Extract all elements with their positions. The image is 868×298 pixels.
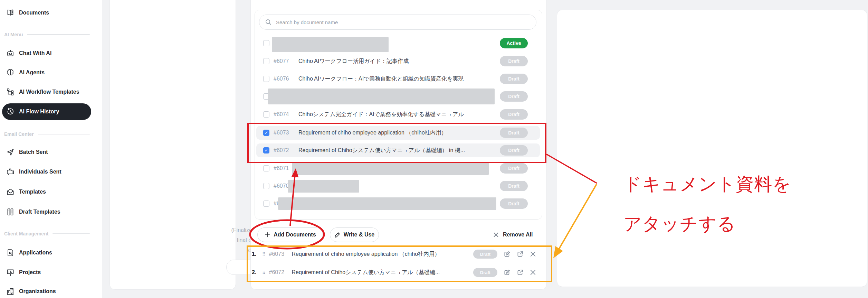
sidebar-item-label: Organizations xyxy=(19,288,56,295)
write-and-use-button[interactable]: Write & Use xyxy=(330,227,379,242)
remove-all-button[interactable]: Remove All xyxy=(493,227,533,242)
book-icon xyxy=(6,9,15,17)
sidebar-item-label: AI Flow History xyxy=(19,109,59,115)
status-badge: Draft xyxy=(500,145,528,156)
status-badge: Draft xyxy=(500,198,528,209)
building-icon xyxy=(6,287,15,296)
document-row[interactable]: #6076 Chiho AIワークフロー：AIで業務自動化と組織の知識資産化を実… xyxy=(256,72,540,86)
row-checkbox[interactable] xyxy=(263,58,269,64)
close-icon xyxy=(493,232,499,238)
status-badge: Draft xyxy=(500,128,528,138)
row-checkbox-checked[interactable]: ✓ xyxy=(263,147,269,153)
attachment-index: 2. xyxy=(252,269,260,276)
drag-handle-icon[interactable]: ⠿ xyxy=(262,270,265,275)
annotation-text-line1: ドキュメント資料を xyxy=(623,172,791,196)
robot-icon xyxy=(6,49,15,57)
file-search-icon xyxy=(6,249,15,257)
paper-plane-icon xyxy=(6,148,15,156)
row-checkbox[interactable] xyxy=(263,165,269,171)
sidebar-item-applications[interactable]: Applications xyxy=(2,246,91,260)
document-title: Chihoシステム完全ガイド：AIで業務を効率化する基礎マニュアル xyxy=(298,111,496,118)
status-badge: Draft xyxy=(500,109,528,120)
status-badge: Draft xyxy=(500,181,528,191)
section-label-text: AI Menu xyxy=(4,32,23,37)
row-checkbox-checked[interactable]: ✓ xyxy=(263,130,269,136)
plus-icon xyxy=(264,232,270,238)
section-label-text: Client Management xyxy=(4,231,48,236)
sidebar-item-organizations[interactable]: Organizations xyxy=(2,285,91,298)
edit-icon[interactable] xyxy=(504,269,511,276)
search-input[interactable] xyxy=(275,19,531,26)
envelope-icon xyxy=(6,188,15,196)
sidebar: Documents AI Menu Chat With AI AI Agents… xyxy=(0,0,102,298)
attached-document-row: 1. ⠿ #6073 Requirement of chiho employee… xyxy=(249,246,549,262)
external-link-icon[interactable] xyxy=(517,269,524,276)
row-checkbox[interactable] xyxy=(263,76,269,82)
app-root: Documents AI Menu Chat With AI AI Agents… xyxy=(0,0,868,298)
panel-top-divider xyxy=(256,5,542,5)
sidebar-item-projects[interactable]: Projects xyxy=(2,266,91,279)
remove-attachment-icon[interactable] xyxy=(530,251,536,257)
status-badge: Draft xyxy=(473,268,497,277)
row-checkbox[interactable] xyxy=(263,201,269,207)
add-documents-button[interactable]: Add Documents xyxy=(257,227,323,242)
attachment-index: 1. xyxy=(252,251,260,257)
document-row-selected[interactable]: ✓ #6072 Requirement of Chihoシステム使い方マニュアル… xyxy=(256,143,540,157)
sidebar-item-label: Projects xyxy=(19,269,41,276)
sidebar-item-templates[interactable]: Templates xyxy=(2,185,91,199)
preview-panel xyxy=(557,10,867,287)
document-id: #6076 xyxy=(274,76,294,82)
sidebar-item-label: AI Agents xyxy=(19,69,45,76)
redacted-text xyxy=(268,89,495,104)
sidebar-item-chat-with-ai[interactable]: Chat With AI xyxy=(2,46,91,60)
external-link-icon[interactable] xyxy=(517,251,524,258)
sidebar-item-label: Chat With AI xyxy=(19,50,51,56)
sidebar-section-client-management: Client Management xyxy=(4,230,90,237)
row-checkbox[interactable] xyxy=(263,111,269,118)
status-badge: Draft xyxy=(500,163,528,174)
drag-handle-icon[interactable]: ⠿ xyxy=(262,252,265,257)
status-badge: Draft xyxy=(500,74,528,84)
workflow-tree-icon xyxy=(6,88,15,96)
presentation-board-icon xyxy=(6,268,15,277)
status-badge: Draft xyxy=(500,56,528,66)
document-title: Chiho AIワークフロー：AIで業務自動化と組織の知識資産化を実現 xyxy=(298,75,496,83)
document-id: #6072 xyxy=(274,147,294,153)
document-title: Requirement of Chihoシステム使い方マニュアル（基礎編） in… xyxy=(298,147,496,154)
document-row-selected[interactable]: ✓ #6073 Requirement of chiho employee ap… xyxy=(256,126,540,140)
sidebar-item-individuals-sent[interactable]: Individuals Sent xyxy=(2,165,91,179)
sidebar-section-email-center: Email Center xyxy=(4,131,90,138)
section-divider xyxy=(27,34,90,35)
sidebar-section-ai-menu: AI Menu xyxy=(4,31,90,38)
document-id: #6073 xyxy=(269,251,289,257)
sidebar-item-label: AI Workflow Templates xyxy=(19,89,79,95)
document-row[interactable]: #6074 Chihoシステム完全ガイド：AIで業務を効率化する基礎マニュアル … xyxy=(256,108,540,121)
mailbox-icon xyxy=(6,168,15,176)
document-row[interactable]: #6077 Chiho AIワークフロー活用ガイド：記事作成 Draft xyxy=(256,54,540,68)
workflow-panel: (Finalize this workflow and summarize th… xyxy=(109,0,236,290)
pencil-icon xyxy=(334,232,341,238)
history-clock-icon xyxy=(6,108,15,116)
edit-icon[interactable] xyxy=(504,251,511,258)
remove-attachment-icon[interactable] xyxy=(530,269,536,276)
redacted-text xyxy=(288,180,359,193)
sidebar-item-label: Batch Sent xyxy=(19,149,48,155)
redacted-text xyxy=(292,162,489,175)
row-checkbox[interactable] xyxy=(263,40,269,46)
remove-all-label: Remove All xyxy=(503,232,533,238)
row-checkbox[interactable] xyxy=(263,183,269,189)
sidebar-item-ai-workflow-templates[interactable]: AI Workflow Templates xyxy=(2,85,91,99)
annotation-text-line2: アタッチする xyxy=(623,212,736,236)
write-and-use-label: Write & Use xyxy=(344,232,375,238)
sidebar-item-ai-agents[interactable]: AI Agents xyxy=(2,66,91,80)
document-title: Requirement of Chihoシステム使い方マニュアル（基礎編... xyxy=(292,269,440,276)
sidebar-item-batch-sent[interactable]: Batch Sent xyxy=(2,145,91,159)
sidebar-item-documents[interactable]: Documents xyxy=(2,6,91,20)
sidebar-item-ai-flow-history[interactable]: AI Flow History xyxy=(2,103,91,120)
redacted-text xyxy=(272,37,389,52)
sidebar-item-label: Draft Templates xyxy=(19,209,60,215)
document-search xyxy=(259,15,536,30)
document-id: #6072 xyxy=(269,269,289,276)
sidebar-item-draft-templates[interactable]: Draft Templates xyxy=(2,205,91,219)
draft-document-icon xyxy=(6,208,15,216)
